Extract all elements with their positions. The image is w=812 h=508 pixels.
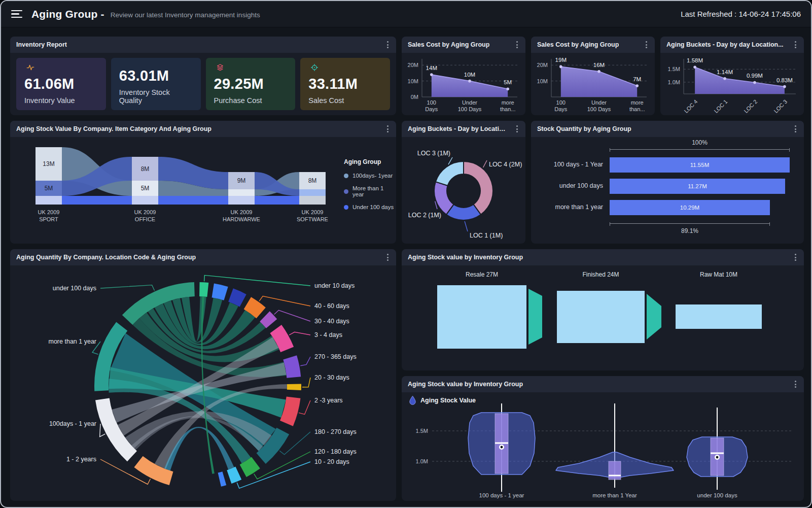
svg-text:Finished 24M: Finished 24M bbox=[582, 271, 619, 278]
ribbon-svg: 13M5MUK 2009SPORT8M5MUK 2009OFFICE9MUK 2… bbox=[15, 137, 340, 244]
svg-text:40 - 60 days: 40 - 60 days bbox=[314, 302, 349, 310]
card-title: Stock Quantity by Aging Group bbox=[537, 125, 631, 132]
svg-text:LOC 2: LOC 2 bbox=[743, 98, 758, 114]
svg-text:13M: 13M bbox=[43, 160, 54, 167]
card-menu-button[interactable] bbox=[515, 40, 519, 50]
card-menu-button[interactable] bbox=[793, 379, 798, 389]
svg-text:10M: 10M bbox=[408, 78, 418, 84]
legend-item[interactable]: More than 1 year bbox=[344, 185, 396, 197]
legend-item[interactable]: Under 100 days bbox=[344, 204, 396, 210]
card-menu-button[interactable] bbox=[385, 40, 390, 50]
legend-item[interactable]: 100days- 1year bbox=[344, 173, 396, 179]
svg-text:1.5M: 1.5M bbox=[416, 428, 428, 434]
svg-text:more than 1 year: more than 1 year bbox=[49, 338, 97, 345]
kpi-label: Sales Cost bbox=[308, 96, 382, 105]
bar[interactable]: 11.27M bbox=[610, 179, 785, 194]
svg-text:Under100 Days: Under100 Days bbox=[587, 99, 611, 112]
svg-text:UK 2009: UK 2009 bbox=[38, 209, 60, 215]
svg-text:Raw Mat 10M: Raw Mat 10M bbox=[700, 271, 737, 278]
card-menu-button[interactable] bbox=[515, 124, 519, 134]
card-title: Aging Stock value by Inventory Group bbox=[408, 381, 523, 388]
svg-text:morethan...: morethan... bbox=[629, 99, 645, 112]
svg-text:1.58M: 1.58M bbox=[687, 57, 703, 63]
dashboard-frame: Aging Group - Review our latest Inventor… bbox=[0, 0, 812, 508]
card-menu-button[interactable] bbox=[644, 40, 649, 50]
card-stock-quantity: Stock Quantity by Aging Group 100%100 da… bbox=[531, 121, 804, 244]
svg-text:10M: 10M bbox=[537, 78, 548, 84]
svg-text:1 - 2 years: 1 - 2 years bbox=[66, 456, 96, 463]
chord-svg: under 10 days40 - 60 days30 - 40 days3 -… bbox=[10, 265, 396, 501]
last-refreshed-text: Last Refreshed : 14-06-24 17:45:06 bbox=[681, 10, 801, 18]
card-menu-button[interactable] bbox=[385, 124, 390, 134]
card-menu-button[interactable] bbox=[793, 124, 798, 134]
top-bar: Aging Group - Review our latest Inventor… bbox=[1, 1, 811, 27]
layers-icon bbox=[214, 63, 226, 72]
svg-text:14M: 14M bbox=[426, 65, 437, 71]
card-menu-button[interactable] bbox=[793, 252, 798, 262]
svg-text:5M: 5M bbox=[45, 185, 53, 192]
bar-label: 100 days - 1 Year bbox=[531, 161, 603, 168]
kpi-sales-cost: 33.11M Sales Cost bbox=[300, 58, 390, 110]
bar[interactable]: 11.55M bbox=[610, 157, 790, 173]
sales-cost-area-chart-1: 0M10M20M14M100Days10MUnder100 Days5Mmore… bbox=[402, 53, 525, 115]
svg-text:180 - 270 days: 180 - 270 days bbox=[314, 428, 357, 435]
kpi-label: Inventory Stock Quality bbox=[119, 88, 193, 105]
svg-text:1.0M: 1.0M bbox=[668, 79, 680, 85]
svg-text:under 100 days: under 100 days bbox=[53, 285, 96, 292]
location-donut-chart: LOC 4 (2M)LOC 1 (1M)LOC 2 (1M)LOC 3 (1M) bbox=[402, 137, 525, 244]
svg-text:100Days: 100Days bbox=[554, 99, 568, 112]
svg-text:1.14M: 1.14M bbox=[717, 69, 733, 75]
svg-text:7M: 7M bbox=[633, 76, 641, 82]
card-sales-cost-1: Sales Cost by Aging Group 0M10M20M14M100… bbox=[402, 37, 525, 115]
bar-label: more than 1 year bbox=[531, 204, 603, 211]
ribbon-chart: 13M5MUK 2009SPORT8M5MUK 2009OFFICE9MUK 2… bbox=[15, 137, 340, 244]
donut-svg: LOC 4 (2M)LOC 1 (1M)LOC 2 (1M)LOC 3 (1M) bbox=[402, 137, 525, 244]
svg-text:SOFTWARE: SOFTWARE bbox=[297, 216, 328, 222]
svg-text:270 - 365 days: 270 - 365 days bbox=[314, 353, 357, 360]
card-title: Sales Cost by Aging Group bbox=[408, 41, 489, 48]
svg-text:under 100 days: under 100 days bbox=[697, 492, 737, 498]
card-aging-stock-violin: Aging Stock value by Inventory Group Agi… bbox=[402, 376, 804, 501]
kpi-value: 61.06M bbox=[24, 76, 98, 92]
kpi-value: 63.01M bbox=[119, 67, 193, 84]
page-title: Aging Group - bbox=[31, 8, 104, 20]
svg-text:20 - 30 days: 20 - 30 days bbox=[314, 374, 349, 381]
svg-text:2 -3 years: 2 -3 years bbox=[314, 397, 343, 404]
svg-text:0.99M: 0.99M bbox=[747, 73, 763, 79]
card-aging-stock-value-ribbon: Aging Stock Value By Company. Item Categ… bbox=[10, 121, 396, 244]
stock-quantity-bar-chart: 100%100 days - 1 Year11.55Munder 100 day… bbox=[531, 137, 804, 244]
card-menu-button[interactable] bbox=[793, 40, 798, 50]
card-aging-quantity-chord: Aging Quantity By Company. Location Code… bbox=[10, 249, 396, 501]
svg-text:more than 1 Year: more than 1 Year bbox=[592, 492, 637, 498]
svg-text:LOC 3: LOC 3 bbox=[772, 98, 788, 114]
kpi-inventory-stock-quality: 63.01M Inventory Stock Quality bbox=[111, 58, 201, 110]
svg-text:19M: 19M bbox=[555, 57, 567, 63]
violin-svg: 1.5M1.0M100 days - 1 yearmore than 1 Yea… bbox=[402, 392, 804, 501]
svg-text:9M: 9M bbox=[237, 177, 246, 184]
bar-label: under 100 days bbox=[531, 182, 603, 189]
card-title: Aging Buckets - Day by Location Code bbox=[408, 125, 509, 132]
svg-text:5M: 5M bbox=[141, 185, 150, 192]
kpi-value: 29.25M bbox=[214, 76, 288, 92]
kpi-label: Inventory Value bbox=[24, 96, 98, 105]
svg-text:20M: 20M bbox=[408, 62, 418, 68]
sales-cost-area-chart-2: 10M20M19M100Days16MUnder100 Days7Mmoreth… bbox=[531, 53, 655, 115]
svg-text:0.83M: 0.83M bbox=[776, 77, 793, 83]
svg-text:LOC 3 (1M): LOC 3 (1M) bbox=[417, 150, 450, 157]
svg-text:morethan...: morethan... bbox=[500, 99, 516, 112]
svg-text:16M: 16M bbox=[593, 62, 605, 68]
page-subtitle: Review our latest Inventory management i… bbox=[111, 11, 260, 19]
card-menu-button[interactable] bbox=[385, 252, 390, 262]
svg-text:8M: 8M bbox=[308, 177, 317, 184]
bar[interactable]: 10.29M bbox=[610, 200, 770, 215]
funnel-svg: Resale 27MFinished 24MRaw Mat 10M bbox=[402, 265, 804, 370]
svg-text:UK 2009: UK 2009 bbox=[134, 209, 156, 215]
kpi-label: Purchase Cost bbox=[214, 96, 288, 105]
svg-text:5M: 5M bbox=[504, 79, 512, 85]
card-title: Inventory Report bbox=[16, 41, 67, 48]
svg-text:Under100 Days: Under100 Days bbox=[458, 99, 482, 112]
area-chart-svg: 10M20M19M100Days16MUnder100 Days7Mmoreth… bbox=[531, 53, 655, 115]
hamburger-menu-icon[interactable] bbox=[11, 10, 22, 18]
card-title: Aging Quantity By Company. Location Code… bbox=[16, 254, 196, 261]
pulse-icon bbox=[24, 63, 37, 72]
